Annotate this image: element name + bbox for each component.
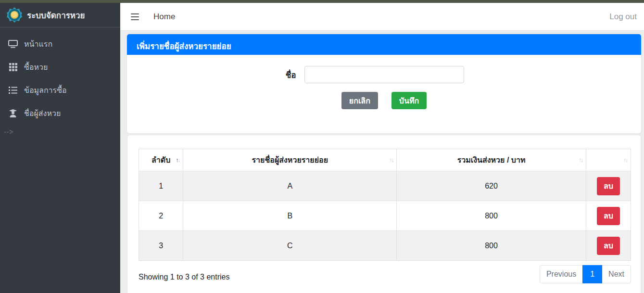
brand[interactable]: ระบบจัดการหวย [0, 3, 120, 27]
cell-name: B [183, 201, 397, 231]
sidebar-menu: หน้าแรก ซื้อหวย ข้อมูลการซื้อ ชื่อผู้ส่ง… [0, 27, 120, 123]
sort-icon: ↑↓ [389, 157, 393, 164]
name-input[interactable] [304, 66, 464, 83]
cell-order: 1 [139, 171, 183, 201]
column-header-amount[interactable]: รวมเงินส่งหวย / บาท ↑↓ [397, 149, 586, 171]
panel-title: เพิ่มรายชื่อผู้ส่งหวยรายย่อย [127, 34, 641, 55]
table-row: 1 A 620 ลบ [139, 171, 631, 201]
sender-table-card: ลำดับ ↑↓ รายชื่อผู้ส่งหวยรายย่อย ↑↓ รวมเ… [127, 135, 641, 293]
delete-button[interactable]: ลบ [597, 207, 620, 225]
column-header-order[interactable]: ลำดับ ↑↓ [139, 149, 183, 171]
pagination-page-1[interactable]: 1 [582, 265, 602, 283]
cell-order: 3 [139, 231, 183, 261]
pagination-next[interactable]: Next [602, 265, 631, 283]
cell-actions: ลบ [586, 201, 631, 231]
cell-amount: 620 [397, 171, 586, 201]
table-row: 3 C 800 ลบ [139, 231, 631, 261]
cancel-button[interactable]: ยกเลิก [341, 92, 378, 109]
content: เพิ่มรายชื่อผู้ส่งหวยรายย่อย ชื่อ ยกเลิก… [120, 31, 644, 293]
user-graduate-icon [8, 109, 18, 118]
brand-title: ระบบจัดการหวย [27, 9, 85, 22]
table-info: Showing 1 to 3 of 3 entries [139, 273, 229, 281]
add-sender-card: เพิ่มรายชื่อผู้ส่งหวยรายย่อย ชื่อ ยกเลิก… [127, 34, 641, 133]
table-footer: Showing 1 to 3 of 3 entries Previous 1 N… [139, 261, 631, 283]
hamburger-menu-icon[interactable] [131, 12, 139, 22]
name-label: ชื่อ [286, 68, 296, 81]
sidebar-item-label: ชื่อผู้ส่งหวย [24, 107, 61, 119]
sidebar-item-label: ซื้อหวย [24, 61, 48, 73]
pagination: Previous 1 Next [540, 265, 631, 283]
sidebar-footer-note: --> [0, 127, 120, 137]
sort-icon: ↑↓ [623, 157, 627, 164]
delete-button[interactable]: ลบ [597, 177, 620, 195]
sidebar-item-label: ข้อมูลการซื้อ [24, 84, 67, 96]
cell-name: A [183, 171, 397, 201]
grid-icon [8, 63, 18, 72]
nav-home-link[interactable]: Home [153, 12, 175, 22]
cell-amount: 800 [397, 201, 586, 231]
delete-button[interactable]: ลบ [597, 237, 620, 255]
table-header-row: ลำดับ ↑↓ รายชื่อผู้ส่งหวยรายย่อย ↑↓ รวมเ… [139, 149, 631, 171]
cell-name: C [183, 231, 397, 261]
sort-icon: ↑↓ [176, 157, 179, 164]
sidebar: ระบบจัดการหวย หน้าแรก ซื้อหวย ข้อมูลการซ… [0, 3, 120, 293]
main-area: Home Log out เพิ่มรายชื่อผู้ส่งหวยรายย่อ… [120, 3, 644, 293]
column-header-name[interactable]: รายชื่อผู้ส่งหวยรายย่อย ↑↓ [183, 149, 397, 171]
cell-order: 2 [139, 201, 183, 231]
sidebar-item-purchase-data[interactable]: ข้อมูลการซื้อ [4, 81, 116, 100]
pagination-previous[interactable]: Previous [540, 265, 582, 283]
desktop-icon [8, 40, 18, 49]
sender-table: ลำดับ ↑↓ รายชื่อผู้ส่งหวยรายย่อย ↑↓ รวมเ… [139, 149, 631, 261]
sidebar-item-label: หน้าแรก [24, 38, 52, 50]
sidebar-item-sender-names[interactable]: ชื่อผู้ส่งหวย [4, 104, 116, 123]
top-navbar: Home Log out [120, 3, 644, 31]
app-logo-icon [7, 7, 22, 23]
sidebar-item-home[interactable]: หน้าแรก [4, 35, 116, 53]
save-button[interactable]: บันทึก [391, 92, 427, 109]
cell-actions: ลบ [586, 231, 631, 261]
sort-icon: ↑↓ [579, 157, 582, 164]
add-sender-form: ชื่อ ยกเลิก บันทึก [127, 55, 641, 133]
column-header-actions[interactable]: ↑↓ [586, 149, 631, 171]
cell-amount: 800 [397, 231, 586, 261]
cell-actions: ลบ [586, 171, 631, 201]
table-row: 2 B 800 ลบ [139, 201, 631, 231]
top-accent-strip [0, 0, 644, 3]
logout-link[interactable]: Log out [609, 12, 637, 22]
list-icon [8, 86, 18, 95]
sidebar-item-buy-lottery[interactable]: ซื้อหวย [4, 58, 116, 76]
